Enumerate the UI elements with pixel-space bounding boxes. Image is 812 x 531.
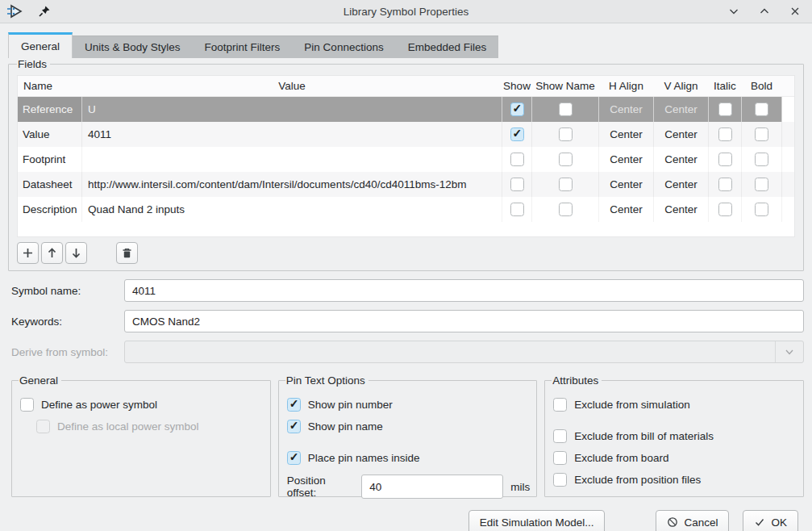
option-define-as-local-power-symbol: Define as local power symbol <box>36 420 264 433</box>
keywords-row: Keywords: <box>11 310 804 332</box>
table-row-reference[interactable]: ReferenceUCenterCenter <box>18 97 794 122</box>
checkbox[interactable] <box>755 178 768 191</box>
close-icon[interactable] <box>789 6 801 17</box>
option-place-pin-names-inside[interactable]: Place pin names inside <box>287 451 531 465</box>
checkbox[interactable] <box>755 153 768 166</box>
checkbox[interactable] <box>20 398 34 412</box>
checkbox[interactable] <box>510 128 524 141</box>
symbol-name-input[interactable] <box>124 279 804 302</box>
column-header-v-align[interactable]: V Align <box>654 76 709 96</box>
checkbox[interactable] <box>287 451 301 465</box>
checkbox[interactable] <box>718 102 732 116</box>
tab-pin-connections[interactable]: Pin Connections <box>292 36 395 58</box>
checkbox[interactable] <box>755 128 768 141</box>
checkbox-label: Show pin name <box>308 420 383 433</box>
checkbox-label: Exclude from position files <box>574 474 701 486</box>
tab-embedded-files[interactable]: Embedded Files <box>396 36 499 58</box>
checkbox[interactable] <box>510 153 524 166</box>
checkbox[interactable] <box>755 102 768 116</box>
checkbox[interactable] <box>559 128 573 141</box>
checkbox-label: Define as local power symbol <box>57 420 199 433</box>
checkbox[interactable] <box>553 451 567 465</box>
tab-strip: Units & Body Styles Footprint Filters Pi… <box>73 36 498 58</box>
checkbox[interactable] <box>287 420 301 433</box>
checkbox-label: Define as power symbol <box>41 399 157 411</box>
minimize-icon[interactable] <box>728 6 739 17</box>
add-field-button[interactable] <box>17 242 39 264</box>
checkbox[interactable] <box>559 102 573 116</box>
column-header-name[interactable]: Name <box>18 76 82 96</box>
move-field-up-button[interactable] <box>41 242 63 264</box>
table-row-description[interactable]: DescriptionQuad Nand 2 inputsCenterCente… <box>18 197 794 222</box>
table-row-value[interactable]: Value4011CenterCenter <box>18 122 794 147</box>
checkbox[interactable] <box>553 398 567 412</box>
column-header-show[interactable]: Show <box>502 76 532 96</box>
option-exclude-from-position-files[interactable]: Exclude from position files <box>553 473 797 487</box>
table-row-datasheet[interactable]: Datasheethttp://www.intersil.com/content… <box>18 172 794 197</box>
column-header-h-align[interactable]: H Align <box>599 76 654 96</box>
keywords-input[interactable] <box>124 310 804 332</box>
footer: Edit Simulation Model... Cancel OK <box>0 510 812 531</box>
cancel-button[interactable]: Cancel <box>656 510 729 531</box>
derive-from-symbol-combobox <box>124 341 804 363</box>
checkbox[interactable] <box>510 102 524 116</box>
chevron-down-icon <box>775 341 803 362</box>
delete-field-button[interactable] <box>116 242 138 264</box>
general-group-title: General <box>19 374 61 387</box>
fields-table[interactable]: NameValueShowShow NameH AlignV AlignItal… <box>17 75 795 237</box>
checkbox[interactable] <box>559 178 573 191</box>
option-exclude-from-board[interactable]: Exclude from board <box>553 451 797 465</box>
checkbox[interactable] <box>287 398 301 412</box>
column-header-show-name[interactable]: Show Name <box>532 76 599 96</box>
option-exclude-from-simulation[interactable]: Exclude from simulation <box>553 398 797 412</box>
check-icon <box>754 516 765 528</box>
derive-from-symbol-row: Derive from symbol: <box>11 341 804 363</box>
column-header-italic[interactable]: Italic <box>709 76 742 96</box>
checkbox[interactable] <box>553 473 567 487</box>
position-offset-input[interactable] <box>361 475 503 499</box>
move-field-down-button[interactable] <box>65 242 87 264</box>
table-row-footprint[interactable]: FootprintCenterCenter <box>18 147 794 172</box>
fields-group-title: Fields <box>17 58 50 70</box>
position-offset-row: Position offset: mils <box>287 475 531 499</box>
checkbox-label: Show pin number <box>308 399 393 411</box>
checkbox[interactable] <box>718 153 732 166</box>
ok-label: OK <box>771 516 787 529</box>
column-header-bold[interactable]: Bold <box>742 76 782 96</box>
option-show-pin-number[interactable]: Show pin number <box>287 398 531 412</box>
window-title: Library Symbol Properties <box>0 6 812 18</box>
maximize-icon[interactable] <box>759 6 770 17</box>
pin-icon[interactable] <box>38 5 51 18</box>
checkbox[interactable] <box>559 203 573 216</box>
option-define-as-power-symbol[interactable]: Define as power symbol <box>20 398 264 412</box>
option-show-pin-name[interactable]: Show pin name <box>287 420 531 433</box>
checkbox-label: Exclude from bill of materials <box>574 430 714 442</box>
checkbox[interactable] <box>755 203 768 216</box>
symbol-name-label: Symbol name: <box>11 285 124 297</box>
edit-simulation-model-button[interactable]: Edit Simulation Model... <box>468 510 606 531</box>
fields-toolbar <box>17 242 795 264</box>
checkbox[interactable] <box>510 178 524 191</box>
tab-units-body-styles[interactable]: Units & Body Styles <box>73 36 193 58</box>
cancel-label: Cancel <box>684 516 718 529</box>
tab-general[interactable]: General <box>8 32 73 58</box>
pin-text-options-title: Pin Text Options <box>285 374 369 387</box>
ok-button[interactable]: OK <box>743 510 798 531</box>
position-offset-label: Position offset: <box>287 475 355 499</box>
checkbox[interactable] <box>510 203 524 216</box>
general-options: Define as power symbolDefine as local po… <box>19 398 264 433</box>
pin-text-options: Show pin numberShow pin namePlace pin na… <box>285 398 531 465</box>
position-offset-unit: mils <box>510 481 530 493</box>
option-exclude-from-bill-of-materials[interactable]: Exclude from bill of materials <box>553 429 797 443</box>
checkbox[interactable] <box>559 153 573 166</box>
attributes-group: Attributes Exclude from simulationExclud… <box>544 374 804 497</box>
tab-footprint-filters[interactable]: Footprint Filters <box>193 36 293 58</box>
edit-simulation-model-label: Edit Simulation Model... <box>480 516 594 529</box>
checkbox-label: Exclude from board <box>574 452 668 464</box>
column-header-value[interactable]: Value <box>82 76 502 96</box>
checkbox[interactable] <box>553 429 567 443</box>
option-groups: General Define as power symbolDefine as … <box>11 374 804 497</box>
checkbox[interactable] <box>718 178 732 191</box>
checkbox[interactable] <box>718 128 732 141</box>
checkbox[interactable] <box>718 203 732 216</box>
